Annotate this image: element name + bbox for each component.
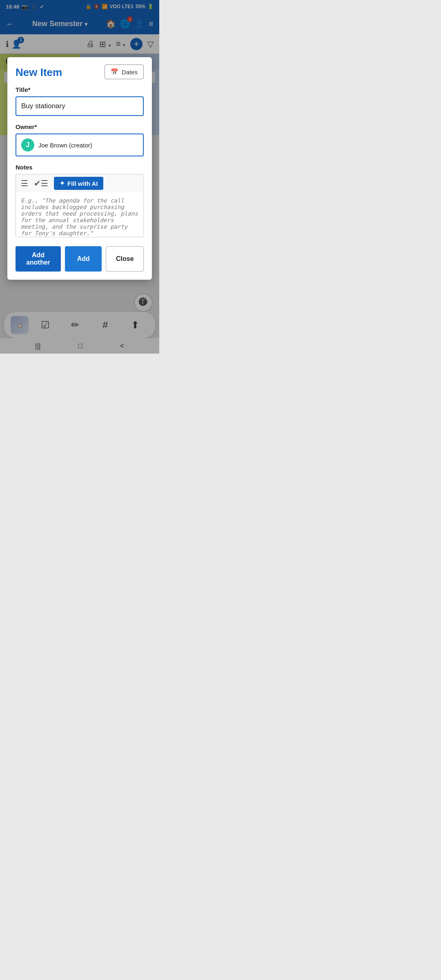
dates-button-label: Dates [122,69,138,76]
new-item-modal: 📅 Dates New Item Title* Owner* J Joe Bro… [7,57,152,280]
checklist-icon[interactable]: ✔☰ [32,178,50,189]
sparkle-icon: ✦ [60,180,65,187]
fill-with-ai-button[interactable]: ✦ Fill with AI [54,177,103,190]
list-icon[interactable]: ☰ [19,178,30,189]
notes-textarea[interactable] [16,192,144,237]
owner-name: Joe Brown (creator) [38,142,92,149]
dates-button[interactable]: 📅 Dates [105,65,144,79]
owner-avatar: J [21,138,34,151]
notes-toolbar: ☰ ✔☰ ✦ Fill with AI [16,174,144,192]
modal-actions: Add another Add Close [16,246,144,272]
notes-label: Notes [16,164,144,171]
add-another-button[interactable]: Add another [16,246,61,272]
owner-field[interactable]: J Joe Brown (creator) [16,134,144,156]
add-button-modal[interactable]: Add [65,246,102,272]
fill-ai-label: Fill with AI [67,180,98,187]
title-field-label: Title* [16,86,144,93]
dates-icon: 📅 [111,68,118,76]
owner-field-label: Owner* [16,123,144,130]
title-input[interactable] [16,96,144,116]
close-button[interactable]: Close [106,246,144,272]
